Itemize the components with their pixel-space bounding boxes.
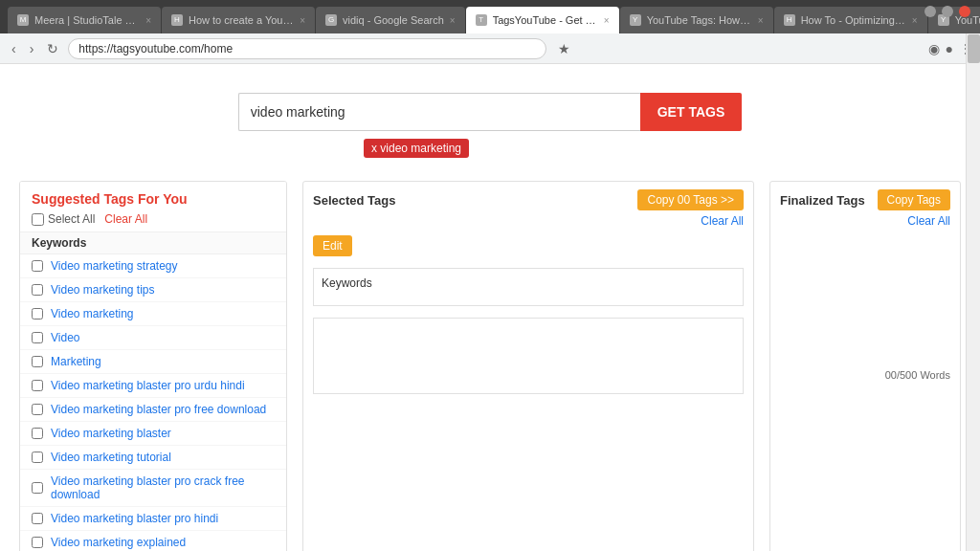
search-input[interactable]: [238, 93, 640, 131]
suggested-tags-column: Suggested Tags For You Select All Clear …: [19, 181, 287, 551]
browser-tab-tab6[interactable]: HHow To - Optimizing y...×: [774, 7, 927, 33]
address-bar-row: ‹ › ↻ ★ ◉ ● ⋮: [0, 33, 980, 64]
tab-favicon: G: [325, 14, 337, 26]
browser-tabs: MMeera | StudioTale Sla...×HHow to creat…: [8, 0, 980, 33]
keyword-checkbox[interactable]: [32, 452, 43, 463]
clear-all-link-selected[interactable]: Clear All: [303, 214, 753, 231]
minimize-button[interactable]: [924, 6, 936, 17]
keyword-text: Video: [51, 331, 79, 344]
tab-label: TagsYouTube - Get You...: [493, 14, 598, 26]
keyword-checkbox[interactable]: [32, 332, 43, 343]
tag-chip[interactable]: x video marketing: [364, 139, 469, 158]
keyword-text: Marketing: [51, 355, 101, 368]
keyword-checkbox[interactable]: [32, 537, 43, 548]
selected-actions: Edit: [303, 231, 753, 262]
bookmark-icon[interactable]: ★: [558, 41, 570, 56]
select-all-label[interactable]: Select All: [32, 212, 95, 226]
tab-label: How To - Optimizing y...: [801, 14, 906, 26]
keyword-text: Video marketing blaster pro urdu hindi: [51, 379, 245, 392]
columns-area: Suggested Tags For You Select All Clear …: [19, 181, 961, 551]
search-area: GET TAGS: [19, 93, 961, 131]
keyword-checkbox[interactable]: [32, 482, 43, 494]
finalized-header: Finalized Tags Copy Tags: [770, 182, 960, 214]
browser-tab-tab1[interactable]: MMeera | StudioTale Sla...×: [8, 7, 161, 33]
scrollbar-thumb: [968, 34, 980, 63]
keyword-text: Video marketing strategy: [51, 259, 178, 273]
extension-icon-1[interactable]: ◉: [928, 41, 940, 56]
keyword-text: Video marketing explained: [51, 536, 186, 549]
tab-label: Meera | StudioTale Sla...: [34, 14, 140, 26]
maximize-button[interactable]: [942, 6, 953, 17]
keyword-checkbox[interactable]: [32, 428, 43, 439]
list-item[interactable]: Video: [20, 326, 286, 350]
keyword-text: Video marketing blaster pro hindi: [51, 512, 218, 525]
keyword-text: Video marketing blaster pro crack free d…: [51, 474, 275, 501]
list-item[interactable]: Marketing: [20, 350, 286, 374]
finalized-tags-column: Finalized Tags Copy Tags Clear All 00/50…: [769, 181, 961, 551]
edit-button[interactable]: Edit: [313, 235, 352, 256]
list-item[interactable]: Video marketing blaster pro free downloa…: [20, 398, 286, 422]
suggested-header: Suggested Tags For You Select All Clear …: [20, 182, 286, 231]
keyword-checkbox[interactable]: [32, 284, 43, 296]
tab-close-icon[interactable]: ×: [300, 15, 305, 26]
selected-header: Selected Tags Copy 00 Tags >>: [303, 182, 753, 214]
keyword-text: Video marketing: [51, 307, 134, 320]
extension-icon-2[interactable]: ●: [946, 41, 953, 56]
tab-label: YouTube Tags: How tu...: [647, 14, 752, 26]
browser-tab-tab5[interactable]: YYouTube Tags: How tu...×: [620, 7, 773, 33]
keyword-list[interactable]: Video marketing strategyVideo marketing …: [20, 254, 286, 551]
clear-all-link-finalized[interactable]: Clear All: [770, 214, 960, 231]
keyword-checkbox[interactable]: [32, 260, 43, 272]
keyword-checkbox[interactable]: [32, 308, 43, 320]
tag-chip-area: x video marketing: [19, 139, 961, 158]
select-row: Select All Clear All: [32, 212, 275, 226]
keyword-text: Video marketing tutorial: [51, 451, 171, 464]
list-item[interactable]: Video marketing: [20, 302, 286, 326]
close-button[interactable]: [959, 6, 970, 17]
copy-tags-button[interactable]: Copy 00 Tags >>: [637, 189, 744, 210]
keyword-text: Video marketing blaster pro free downloa…: [51, 403, 266, 416]
select-all-checkbox[interactable]: [32, 213, 44, 226]
keyword-checkbox[interactable]: [32, 356, 43, 367]
list-item[interactable]: Video marketing blaster pro urdu hindi: [20, 374, 286, 398]
list-item[interactable]: Video marketing blaster pro crack free d…: [20, 470, 286, 507]
keyword-text: Video marketing blaster: [51, 427, 171, 440]
copy-finalized-button[interactable]: Copy Tags: [878, 189, 950, 210]
keywords-label: Keywords: [20, 231, 286, 254]
selected-title: Selected Tags: [313, 193, 395, 208]
suggested-title: Suggested Tags For You: [32, 191, 275, 207]
browser-tab-tab3[interactable]: Gvidiq - Google Search×: [316, 7, 465, 33]
tab-close-icon[interactable]: ×: [604, 15, 610, 26]
list-item[interactable]: Video marketing tips: [20, 278, 286, 302]
list-item[interactable]: Video marketing blaster pro hindi: [20, 507, 286, 531]
address-input[interactable]: [68, 38, 546, 59]
keyword-text: Video marketing tips: [51, 283, 155, 297]
list-item[interactable]: Video marketing explained: [20, 531, 286, 551]
page-scrollbar[interactable]: [966, 33, 980, 551]
tab-close-icon[interactable]: ×: [145, 15, 151, 26]
tab-favicon: H: [784, 14, 795, 26]
tab-favicon: H: [171, 14, 183, 26]
selected-tags-column: Selected Tags Copy 00 Tags >> Clear All …: [302, 181, 754, 551]
word-count: 00/500 Words: [770, 365, 960, 385]
keyword-checkbox[interactable]: [32, 513, 43, 524]
forward-button[interactable]: ›: [26, 41, 38, 56]
list-item[interactable]: Video marketing tutorial: [20, 446, 286, 470]
keyword-checkbox[interactable]: [32, 404, 43, 415]
tab-close-icon[interactable]: ×: [450, 15, 456, 26]
list-item[interactable]: Video marketing blaster: [20, 422, 286, 446]
tab-close-icon[interactable]: ×: [758, 15, 764, 26]
selected-textarea[interactable]: [313, 318, 744, 394]
back-button[interactable]: ‹: [8, 41, 20, 56]
keyword-checkbox[interactable]: [32, 380, 43, 391]
tab-favicon: Y: [630, 14, 641, 26]
tab-label: vidiq - Google Search: [343, 14, 444, 26]
browser-tab-tab2[interactable]: HHow to create a YouTu...×: [162, 7, 315, 33]
browser-tab-tab4[interactable]: TTagsYouTube - Get You...×: [466, 7, 619, 33]
list-item[interactable]: Video marketing strategy: [20, 254, 286, 278]
get-tags-button[interactable]: GET TAGS: [640, 93, 743, 131]
reload-button[interactable]: ↻: [43, 41, 62, 56]
clear-all-link-suggested[interactable]: Clear All: [104, 212, 147, 226]
tab-label: How to create a YouTu...: [189, 14, 294, 26]
keywords-box: Keywords: [313, 268, 744, 306]
